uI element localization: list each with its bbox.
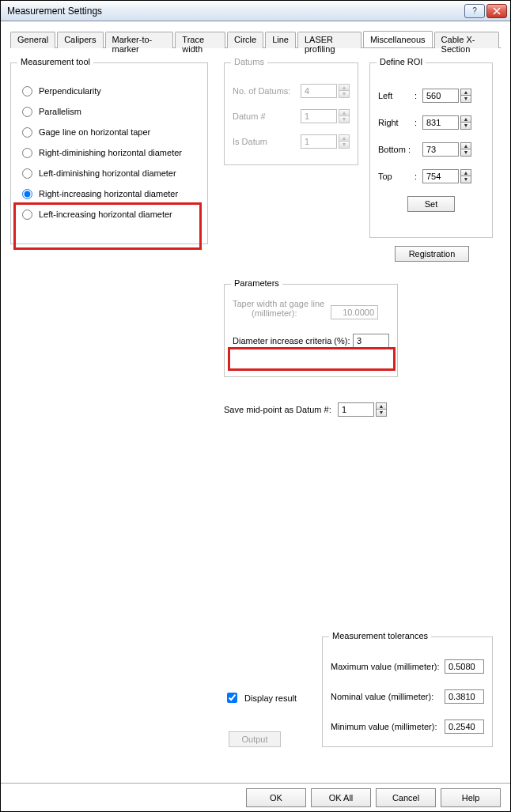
- roi-top-label: Top: [378, 172, 414, 181]
- tab-circle[interactable]: Circle: [227, 32, 263, 48]
- tab-general[interactable]: General: [10, 32, 55, 48]
- roi-bottom-field[interactable]: 73: [422, 142, 459, 157]
- group-datums: Datums No. of Datums: 4 ▲▼ Datum # 1 ▲▼ …: [224, 62, 358, 165]
- tolerance-nom-label: Nominal value (millimeter):: [331, 692, 445, 701]
- radio-input[interactable]: [22, 86, 32, 96]
- taper-width-label-1: Taper width at gage line: [233, 299, 324, 308]
- radio-label: Right-diminishing horizontal diameter: [39, 148, 182, 157]
- measurement-tool-option[interactable]: Perpendicularity: [19, 81, 199, 101]
- group-define-roi: Define ROI Left : 560 ▲▼ Right : 831 ▲▼ …: [369, 62, 493, 238]
- tab-miscellaneous[interactable]: Miscellaneous: [363, 31, 433, 47]
- group-parameters: Parameters Taper width at gage line (mil…: [224, 284, 398, 377]
- group-legend: Datums: [231, 57, 267, 66]
- spinner-buttons: ▲▼: [339, 134, 350, 149]
- spinner-buttons[interactable]: ▲▼: [460, 115, 471, 130]
- measurement-tool-option[interactable]: Parallelism: [19, 101, 199, 122]
- roi-bottom-label: Bottom :: [378, 145, 422, 154]
- cancel-button[interactable]: Cancel: [376, 788, 436, 807]
- spinner-buttons[interactable]: ▲▼: [460, 142, 471, 157]
- radio-input[interactable]: [22, 189, 32, 199]
- display-result-row: Display result: [224, 690, 297, 705]
- roi-right-label: Right: [378, 118, 414, 127]
- spinner-buttons: ▲▼: [339, 109, 350, 123]
- diameter-criteria-label: Diameter increase criteria (%):: [233, 336, 353, 346]
- tolerance-nom-field[interactable]: 0.3810: [445, 689, 484, 704]
- roi-set-button[interactable]: Set: [407, 196, 455, 212]
- radio-input[interactable]: [22, 127, 32, 138]
- radio-label: Left-diminishing horizontal diameter: [39, 168, 176, 178]
- radio-label: Left-increasing horizontal diameter: [39, 210, 172, 219]
- tolerance-max-label: Maximum value (millimeter):: [331, 662, 445, 671]
- dialog-body: GeneralCalipersMarker-to-markerTrace wid…: [1, 21, 510, 783]
- save-midpoint-label: Save mid-point as Datum #:: [224, 405, 338, 414]
- measurement-tool-option[interactable]: Right-diminishing horizontal diameter: [19, 142, 199, 163]
- ok-all-button[interactable]: OK All: [311, 788, 371, 807]
- diameter-criteria-field[interactable]: 3: [353, 334, 389, 348]
- tab-line[interactable]: Line: [265, 32, 296, 48]
- tab-trace-width[interactable]: Trace width: [175, 32, 225, 48]
- save-midpoint-field[interactable]: 1: [338, 402, 374, 417]
- taper-width-field: 10.0000: [331, 305, 378, 319]
- measurement-tool-option[interactable]: Left-diminishing horizontal diameter: [19, 163, 199, 183]
- registration-button[interactable]: Registration: [395, 246, 469, 262]
- measurement-tool-option[interactable]: Right-increasing horizontal diameter: [19, 183, 199, 204]
- tab-cable-x-section[interactable]: Cable X-Section: [434, 32, 499, 48]
- tolerance-max-field[interactable]: 0.5080: [445, 659, 484, 674]
- window-title: Measurement Settings: [7, 6, 463, 17]
- tolerance-min-label: Minimum value (millimeter):: [331, 722, 445, 731]
- spinner-buttons: ▲▼: [339, 84, 350, 98]
- tolerance-min-field[interactable]: 0.2540: [445, 719, 484, 734]
- measurement-tool-option[interactable]: Gage line on horizontal taper: [19, 122, 199, 142]
- radio-input[interactable]: [22, 168, 32, 179]
- help-button-titlebar[interactable]: ?: [464, 4, 485, 18]
- group-measurement-tolerances: Measurement tolerances Maximum value (mi…: [322, 636, 493, 747]
- no-of-datums-label: No. of Datums:: [233, 86, 301, 96]
- tab-laser-profiling[interactable]: LASER profiling: [297, 32, 361, 48]
- group-legend: Parameters: [231, 278, 282, 288]
- group-legend: Define ROI: [377, 57, 426, 66]
- output-button: Output: [229, 731, 281, 747]
- is-datum-label: Is Datum: [233, 137, 301, 146]
- save-midpoint-row: Save mid-point as Datum #: 1 ▲▼: [224, 399, 387, 420]
- tabstrip: GeneralCalipersMarker-to-markerTrace wid…: [10, 31, 501, 48]
- no-of-datums-field: 4: [301, 84, 337, 98]
- datum-number-field: 1: [301, 109, 337, 123]
- datum-number-label: Datum #: [233, 111, 301, 121]
- radio-label: Right-increasing horizontal diameter: [39, 189, 178, 198]
- help-button[interactable]: Help: [441, 788, 501, 807]
- radio-input[interactable]: [22, 148, 32, 158]
- close-button[interactable]: [486, 4, 507, 18]
- roi-right-field[interactable]: 831: [422, 115, 459, 130]
- tab-marker-to-marker[interactable]: Marker-to-marker: [105, 32, 174, 48]
- display-result-label: Display result: [244, 693, 297, 703]
- radio-label: Gage line on horizontal taper: [39, 127, 150, 137]
- ok-button[interactable]: OK: [246, 788, 306, 807]
- roi-left-label: Left: [378, 91, 414, 100]
- radio-input[interactable]: [22, 210, 32, 220]
- roi-left-field[interactable]: 560: [422, 89, 459, 103]
- taper-width-label-2: (millimeter):: [233, 308, 297, 318]
- radio-label: Parallelism: [39, 107, 81, 116]
- display-result-checkbox[interactable]: [227, 693, 237, 703]
- radio-label: Perpendicularity: [39, 86, 101, 96]
- group-legend: Measurement tool: [17, 57, 93, 66]
- close-icon: [493, 7, 501, 15]
- is-datum-field: 1: [301, 134, 337, 149]
- measurement-tool-option[interactable]: Left-increasing horizontal diameter: [19, 204, 199, 225]
- tab-calipers[interactable]: Calipers: [57, 32, 103, 48]
- spinner-buttons[interactable]: ▲▼: [460, 169, 471, 183]
- group-measurement-tool: Measurement tool PerpendicularityParalle…: [10, 62, 208, 244]
- roi-top-field[interactable]: 754: [422, 169, 459, 183]
- radio-input[interactable]: [22, 107, 32, 117]
- spinner-buttons[interactable]: ▲▼: [460, 89, 471, 103]
- titlebar: Measurement Settings ?: [1, 1, 510, 21]
- group-legend: Measurement tolerances: [329, 631, 431, 640]
- dialog-button-bar: OK OK All Cancel Help: [1, 783, 510, 811]
- spinner-buttons[interactable]: ▲▼: [376, 402, 387, 417]
